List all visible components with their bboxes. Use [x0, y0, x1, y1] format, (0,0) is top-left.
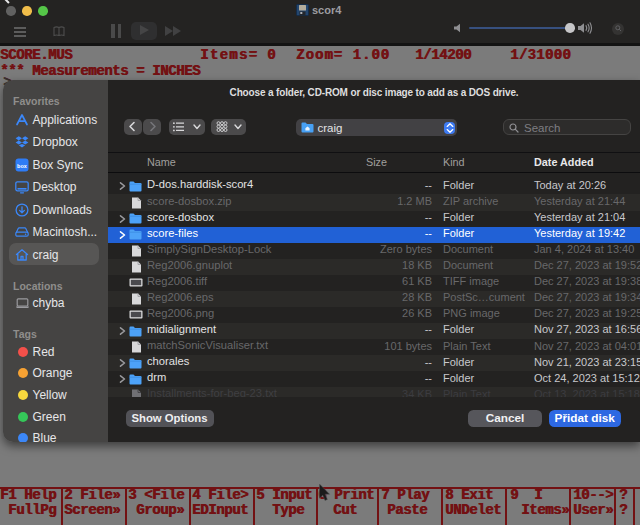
svg-text:box: box	[17, 162, 28, 168]
